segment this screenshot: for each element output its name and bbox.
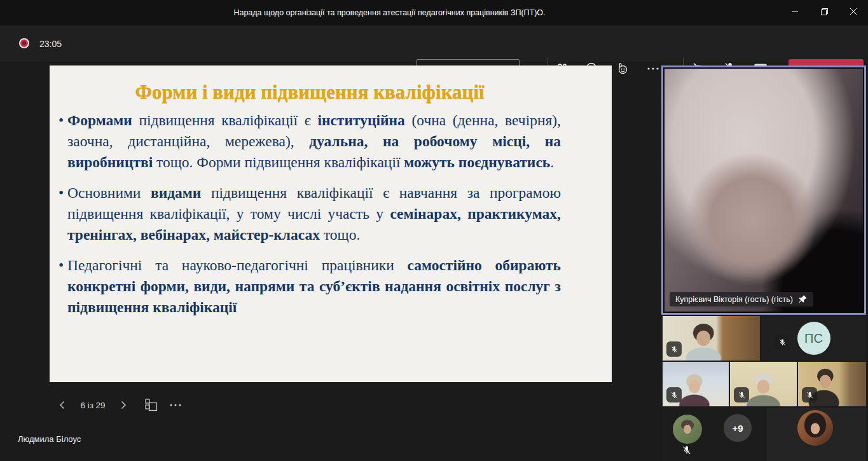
slide-title: Форми і види підвищення кваліфікації — [59, 81, 561, 104]
audio-participants-cell[interactable]: +9 — [663, 408, 766, 461]
next-slide-icon — [118, 400, 128, 410]
mic-off-icon — [670, 345, 679, 354]
window-controls — [780, 0, 868, 23]
mic-muted-badge — [666, 387, 682, 403]
slide-text-segment: Педагогічні та науково-педагогічні праці… — [67, 257, 408, 273]
slide-position: 6 із 29 — [74, 401, 111, 410]
mic-muted-badge — [775, 334, 790, 350]
participant-avatar — [673, 415, 702, 444]
presenter-name: Людмила Білоус — [18, 434, 81, 444]
pinned-name-label: Купрієвич Вікторія (гость) (гість) — [675, 295, 793, 304]
participant-initials-tile[interactable]: ПС — [761, 316, 866, 361]
slide-text-segment: підвищення кваліфікації є — [139, 112, 317, 128]
teams-meeting-window: { "window": { "title": "Нарада щодо орга… — [0, 0, 868, 461]
next-slide-button[interactable] — [115, 396, 132, 415]
shared-slide: Форми і види підвищення кваліфікації Фор… — [50, 65, 612, 382]
minimize-icon — [791, 8, 799, 15]
overflow-count-badge[interactable]: +9 — [724, 414, 752, 442]
prev-slide-icon — [57, 400, 67, 410]
slide-grid-icon — [144, 398, 158, 412]
prev-slide-button[interactable] — [54, 396, 71, 415]
slide-more-icon — [169, 399, 182, 411]
participant-video-tile[interactable] — [730, 362, 797, 406]
pinned-participant-video — [665, 69, 863, 312]
participant-video-tile[interactable] — [798, 362, 866, 406]
slide-bullet: Формами підвищення кваліфікації є інстит… — [59, 110, 561, 173]
meeting-toolbar: 23:05 Почати керування — [0, 25, 868, 62]
mic-off-icon — [778, 338, 787, 347]
mic-muted-badge — [802, 387, 817, 403]
slide-text-segment: можуть поєднуватись — [404, 154, 550, 170]
mic-muted-badge — [666, 341, 682, 357]
slide-text-segment: Формами — [67, 112, 139, 128]
slide-more-button[interactable] — [167, 396, 184, 415]
record-indicator-icon — [19, 38, 29, 48]
window-titlebar: Нарада щодо організації та проведення ат… — [0, 0, 868, 25]
participant-video-tile[interactable] — [663, 316, 760, 361]
slide-bullet: Педагогічні та науково-педагогічні праці… — [59, 255, 561, 318]
close-icon — [850, 8, 857, 15]
slide-text-segment: тощо. — [324, 226, 360, 243]
close-button[interactable] — [839, 0, 868, 23]
more-options-icon — [646, 62, 660, 76]
slide-text-segment: . — [550, 154, 554, 170]
mic-off-icon — [738, 391, 746, 399]
reactions-button[interactable] — [608, 55, 636, 83]
slide-bullet: Основними видами підвищення кваліфікації… — [59, 182, 561, 245]
slide-text-segment: інституційна — [317, 112, 411, 128]
slide-bullets: Формами підвищення кваліфікації є інстит… — [59, 110, 561, 318]
window-title: Нарада щодо організації та проведення ат… — [0, 0, 779, 25]
restore-icon — [820, 8, 829, 16]
audio-participant-cell[interactable] — [767, 408, 866, 461]
pin-icon — [798, 294, 808, 304]
mic-muted-badge — [734, 387, 749, 403]
mic-off-icon — [682, 445, 692, 455]
slide-text-segment: Основними — [67, 184, 151, 201]
pinned-name-badge: Купрієвич Вікторія (гость) (гість) — [670, 292, 813, 306]
restore-button[interactable] — [809, 0, 839, 23]
participant-video-tile[interactable] — [663, 362, 729, 406]
slide-text-segment: тощо. Форми підвищення кваліфікації — [156, 154, 404, 170]
meeting-timer: 23:05 — [39, 39, 62, 49]
slide-text-segment: видами — [151, 184, 211, 201]
participant-avatar — [797, 410, 833, 446]
slide-grid-button[interactable] — [143, 396, 160, 415]
reactions-icon — [614, 61, 630, 76]
mic-off-icon — [806, 391, 814, 399]
slide-nav: 6 із 29 — [54, 396, 184, 415]
mic-off-icon — [670, 391, 679, 399]
participant-initials-avatar: ПС — [797, 322, 830, 355]
pinned-video-tile[interactable]: Купрієвич Вікторія (гость) (гість) — [661, 65, 866, 315]
minimize-button[interactable] — [780, 0, 809, 23]
